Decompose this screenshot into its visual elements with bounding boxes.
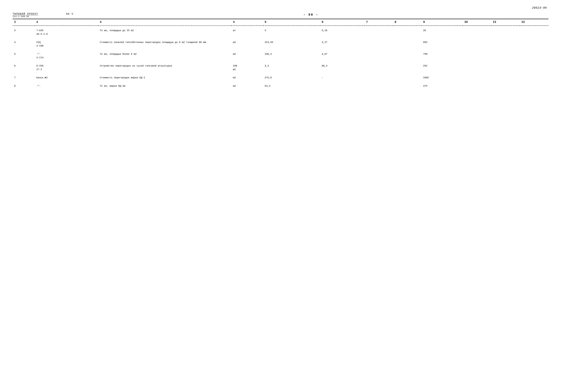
row-col6: 5,I6 [320,26,365,38]
col-header-1: I [13,19,35,26]
row-col10 [463,81,491,90]
row-col6: 4,07 [320,49,365,61]
row-col11 [491,49,520,61]
row-col7 [365,26,393,38]
row-num: 3 [13,26,35,38]
table-row: 37-63546-5-I.8То же, площадью до I5 м2шт… [13,26,548,38]
row-col7 [365,61,393,73]
row-col6: 88,3 [320,61,365,73]
row-col12 [520,38,548,49]
doc-number: 20523-06 [532,6,547,10]
row-code: 7-63546-5-I.8 [35,26,98,38]
col-header-11: II [491,19,520,26]
row-num: 5 [13,49,35,61]
row-unit: м2 [231,73,263,81]
row-col6 [320,81,365,90]
row-col8 [393,26,421,38]
row-col10 [463,26,491,38]
row-description: Устройство перегородок из сухой гипсовой… [98,61,231,73]
main-table: I 2 3 4 5 6 7 8 9 IO II I2 37-63546-5-I.… [13,19,548,90]
col-header-2: 2 [35,19,98,26]
row-col10 [463,61,491,73]
row-col7 [365,73,393,81]
row-description: То же, площадью более 6 м2 [98,49,231,61]
series-label: Аа V [66,13,73,15]
row-col5: 54,3 [263,81,320,90]
row-col11 [491,26,520,38]
row-code: Кальк.№I [35,73,98,81]
row-col10 [463,49,491,61]
row-unit: шт [231,26,263,38]
row-num: 8 [13,81,35,90]
row-col11 [491,38,520,49]
header-section: Типовой проект 214-1-309.85 Аа V - 50 - [13,13,548,18]
row-col9: 26 [421,26,463,38]
table-row: 4ССЦ3-I90Стоимость панелей гипсобетонных… [13,38,548,49]
row-col11 [491,73,520,81]
col-header-8: 8 [393,19,421,26]
row-col5: 3,3 [263,61,320,73]
row-col10 [463,73,491,81]
col-header-3: 3 [98,19,231,26]
col-header-7: 7 [365,19,393,26]
page-container: 20523-06 Типовой проект 214-1-309.85 Аа … [0,0,561,392]
row-col8 [393,81,421,90]
table-row: 7Кальк.№IСтоимость перегородок марки ПД-… [13,73,548,81]
row-col5: 5 [263,26,320,38]
row-col12 [520,49,548,61]
row-col11 [491,81,520,90]
col-header-12: I2 [520,19,548,26]
row-col9: 29I [421,61,463,73]
col-header-5: 5 [263,19,320,26]
col-header-9: 9 [421,19,463,26]
row-code: -"- [35,81,98,90]
row-description: То же, марки ПД-2м [98,81,231,90]
row-col12 [520,81,548,90]
header-left: Типовой проект 214-1-309.85 [13,13,57,18]
col-header-10: IO [463,19,491,26]
row-col8 [393,49,421,61]
row-col9: I065 [421,73,463,81]
row-code: -"-3-I74 [35,49,98,61]
table-row: 68-I65I7-IУстройство перегородок из сухо… [13,61,548,73]
row-col8 [393,73,421,81]
row-col5: 275,8 [263,73,320,81]
row-col6: – [320,73,365,81]
table-header-row: I 2 3 4 5 6 7 8 9 IO II I2 [13,19,548,26]
row-col7 [365,38,393,49]
row-col9: 475 [421,81,463,90]
row-col11 [491,61,520,73]
row-col6: 4,I7 [320,38,365,49]
col-header-6: 6 [320,19,365,26]
row-col7 [365,81,393,90]
row-col5: I96,3 [263,49,320,61]
row-description: Стоимость панелей гипсобетонных перегоро… [98,38,231,49]
row-col5: 2I3,93 [263,38,320,49]
row-num: 4 [13,38,35,49]
row-col10 [463,38,491,49]
table-row: 5-"-3-I74То же, площадью более 6 м2м2I96… [13,49,548,61]
page-marker: - 50 - [73,13,548,17]
row-col9: 892 [421,38,463,49]
row-num: 7 [13,73,35,81]
row-unit: м2 [231,81,263,90]
project-label: Типовой проект [13,13,57,15]
row-unit: м2 [231,49,263,61]
row-unit: м2 [231,38,263,49]
row-code: ССЦ3-I90 [35,38,98,49]
row-col8 [393,61,421,73]
row-col8 [393,38,421,49]
table-body: 37-63546-5-I.8То же, площадью до I5 м2шт… [13,26,548,90]
row-unit: I00м2 [231,61,263,73]
row-col12 [520,26,548,38]
row-col12 [520,73,548,81]
row-col12 [520,61,548,73]
row-col9: 799 [421,49,463,61]
row-num: 6 [13,61,35,73]
row-description: То же, площадью до I5 м2 [98,26,231,38]
row-col7 [365,49,393,61]
row-description: Стоимость перегородок марки ПД-I [98,73,231,81]
row-code: 8-I65I7-I [35,61,98,73]
col-header-4: 4 [231,19,263,26]
project-number: 214-1-309.85 [13,15,57,18]
